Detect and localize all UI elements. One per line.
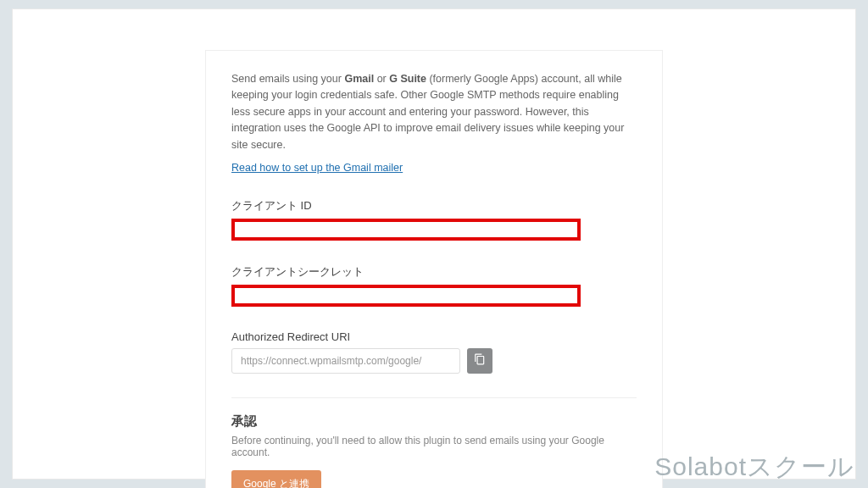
- copy-icon: [474, 353, 486, 368]
- page-container: Send emails using your Gmail or G Suite …: [12, 8, 856, 480]
- desc-prefix: Send emails using your: [231, 73, 344, 85]
- setup-docs-link[interactable]: Read how to set up the Gmail mailer: [231, 162, 403, 174]
- client-id-label: クライアント ID: [231, 198, 637, 214]
- client-secret-group: クライアントシークレット: [231, 264, 637, 307]
- authorization-title: 承認: [231, 413, 637, 430]
- client-id-input[interactable]: [231, 219, 581, 241]
- redirect-uri-row: [231, 348, 637, 374]
- desc-mid: or: [374, 73, 389, 85]
- google-connect-button[interactable]: Google と連携: [231, 470, 321, 488]
- redirect-uri-group: Authorized Redirect URI: [231, 330, 637, 374]
- redirect-uri-input[interactable]: [231, 348, 460, 374]
- copy-uri-button[interactable]: [467, 348, 492, 374]
- divider: [231, 397, 637, 398]
- client-id-group: クライアント ID: [231, 198, 637, 241]
- desc-bold-gsuite: G Suite: [389, 73, 426, 85]
- description-text: Send emails using your Gmail or G Suite …: [231, 71, 637, 153]
- authorization-subtitle: Before continuing, you'll need to allow …: [231, 435, 637, 458]
- redirect-uri-label: Authorized Redirect URI: [231, 330, 637, 343]
- settings-panel: Send emails using your Gmail or G Suite …: [205, 50, 663, 488]
- authorization-section: 承認 Before continuing, you'll need to all…: [231, 413, 637, 488]
- client-secret-label: クライアントシークレット: [231, 264, 637, 280]
- desc-bold-gmail: Gmail: [344, 73, 374, 85]
- client-secret-input[interactable]: [231, 285, 581, 307]
